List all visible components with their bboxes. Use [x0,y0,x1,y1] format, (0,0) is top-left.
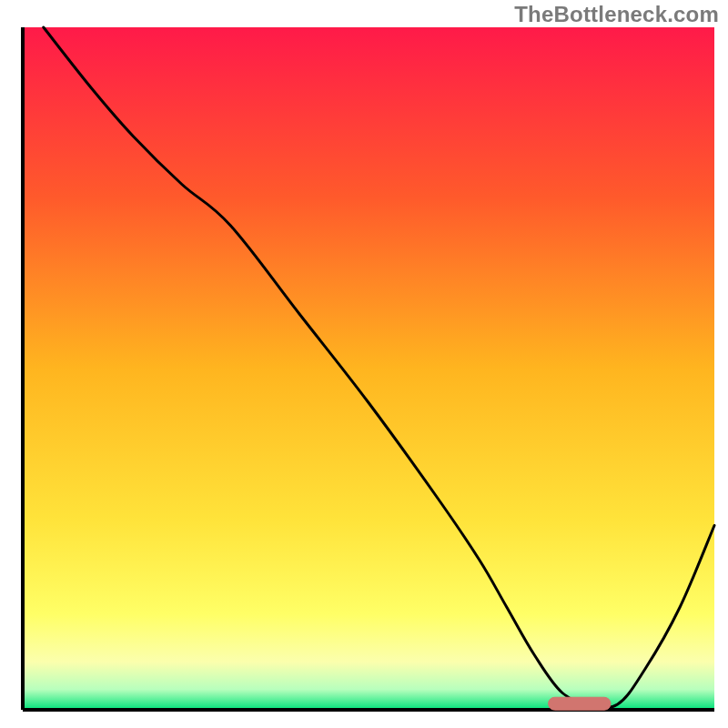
bottleneck-curve-chart [0,0,728,728]
optimal-zone-marker [549,697,611,710]
chart-container: { "watermark": "TheBottleneck.com", "col… [0,0,728,728]
